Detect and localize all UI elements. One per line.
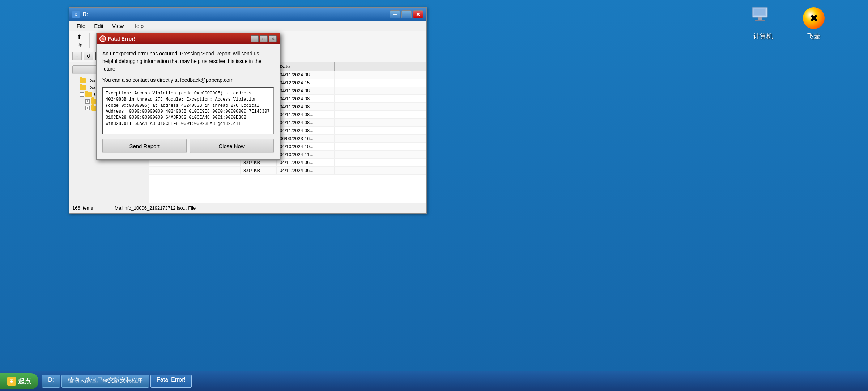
start-label: 起点 [18,377,31,386]
desktop: 计算机 ✖ 飞壶 D D: ─ □ ✕ File Edit View Help [0,0,868,391]
close-now-button[interactable]: Close Now [190,139,274,153]
menu-bar: File Edit View Help [69,21,426,31]
svg-rect-2 [758,17,762,20]
taskbar: ⊞ 起点 D: 植物大战僵尸杂交版安装程序 Fatal Error! [0,371,868,391]
fatal-buttons: Send Report Close Now [102,139,274,153]
up-label: Up [76,42,82,47]
feihu-icon-label: 飞壶 [807,32,820,41]
items-count: 166 Items [72,205,93,211]
file-date-cell: 04/11/2024 06... [277,159,335,166]
taskbar-program-button[interactable]: 植物大战僵尸杂交版安装程序 [61,375,149,388]
fatal-titlebar: ✕ Fatal Error! ─ □ ✕ [97,33,280,44]
file-date-cell: 04/11/2024 08... [277,119,335,126]
status-bar: 166 Items MailInfo_10006_2192173712.iso.… [69,203,426,213]
taskbar-error-label: Fatal Error! [157,377,186,383]
file-extra-cell [335,127,426,134]
taskbar-drive-label: D: [48,377,54,383]
table-row[interactable]: 3.07 KB 04/11/2024 06... [149,167,426,175]
window-title: D: [82,11,89,18]
folder-icon [80,78,86,83]
nav-forward-button[interactable]: → [72,52,82,60]
send-report-button[interactable]: Send Report [102,139,187,153]
feihu-circle: ✖ [803,7,825,29]
menu-file[interactable]: File [72,22,90,30]
file-extra-cell [335,143,426,150]
file-date-cell: 04/11/2024 08... [277,87,335,94]
folder-icon [80,85,86,90]
taskbar-error-button[interactable]: Fatal Error! [150,375,192,388]
menu-help[interactable]: Help [128,22,148,30]
window-title-icon: D [72,11,80,18]
file-name-cell [149,167,241,174]
file-date-cell: 04/12/2024 15... [277,79,335,87]
file-extra-cell [335,111,426,118]
fatal-maximize-button[interactable]: □ [260,35,268,42]
file-date-cell: 04/10/2024 11... [277,151,335,158]
fatal-trace-box[interactable]: Exception: Access Violation (code 0xc000… [102,87,274,134]
up-icon: ⬆ [77,33,82,41]
file-date-cell: 04/11/2024 08... [277,127,335,134]
file-extra-cell [335,103,426,110]
table-row[interactable]: 3.07 KB 04/11/2024 06... [149,159,426,167]
tree-expand-sub2[interactable]: + [85,106,90,110]
file-date-cell: 04/10/2024 10... [277,143,335,150]
tree-label-des: Des [88,78,97,83]
explorer-titlebar: D D: ─ □ ✕ [69,8,426,21]
window-close-button[interactable]: ✕ [413,10,423,18]
file-name-cell [149,159,241,166]
minimize-button[interactable]: ─ [390,10,400,18]
file-date-cell: 04/11/2024 08... [277,103,335,110]
tree-label-doc: Doc [88,85,97,90]
file-extra-cell [335,87,426,94]
file-extra-cell [335,167,426,174]
footer-file: MailInfo_10006_2192173712.iso... File [115,205,196,211]
start-icon: ⊞ [7,377,16,386]
col-header-extra [335,62,426,71]
taskbar-drive-button[interactable]: D: [42,375,60,388]
fatal-message-1: An unexpected error has occured! Pressin… [102,50,274,73]
computer-icon-label: 计算机 [753,32,773,41]
start-button[interactable]: ⊞ 起点 [0,373,38,389]
file-extra-cell [335,71,426,79]
fatal-contact: You can also contact us directly at feed… [102,77,274,83]
folder-icon [85,92,92,97]
tree-expand-sub1[interactable]: + [85,99,90,104]
file-extra-cell [335,151,426,158]
file-date-cell: 04/11/2024 08... [277,111,335,118]
toolbar-separator-1 [89,33,90,48]
feihu-icon-image: ✖ [802,7,825,30]
file-size-cell: 3.07 KB [241,167,277,174]
desktop-icon-computer[interactable]: 计算机 [745,4,781,43]
svg-rect-3 [755,20,765,21]
up-button[interactable]: ⬆ Up [72,32,86,49]
fatal-title-text: Fatal Error! [108,36,135,42]
taskbar-program-label: 植物大战僵尸杂交版安装程序 [68,377,143,383]
fatal-body: An unexpected error has occured! Pressin… [97,44,280,159]
menu-edit[interactable]: Edit [90,22,108,30]
svg-rect-4 [754,9,765,15]
file-date-cell: 04/11/2024 06... [277,167,335,174]
window-controls: ─ □ ✕ [390,10,423,18]
col-header-date[interactable]: Date [277,62,335,71]
file-size-cell: 3.07 KB [241,159,277,166]
file-extra-cell [335,95,426,102]
file-extra-cell [335,135,426,142]
file-date-cell: 04/11/2024 08... [277,71,335,79]
tree-expand-con[interactable]: − [80,92,84,97]
fatal-close-button[interactable]: ✕ [269,35,277,42]
computer-icon-image [752,7,775,30]
desktop-icon-feihu[interactable]: ✖ 飞壶 [796,4,832,43]
file-extra-cell [335,79,426,87]
maximize-button[interactable]: □ [401,10,412,18]
file-date-cell: 04/11/2024 08... [277,95,335,102]
nav-refresh-button[interactable]: ↺ [84,52,93,60]
file-extra-cell [335,119,426,126]
fatal-minimize-button[interactable]: ─ [251,35,259,42]
fatal-window-controls: ─ □ ✕ [251,35,277,42]
file-date-cell: 06/03/2023 16... [277,135,335,142]
fatal-error-icon: ✕ [99,35,106,42]
menu-view[interactable]: View [108,22,128,30]
file-extra-cell [335,159,426,166]
fatal-error-dialog: ✕ Fatal Error! ─ □ ✕ An unexpected error… [96,33,280,160]
